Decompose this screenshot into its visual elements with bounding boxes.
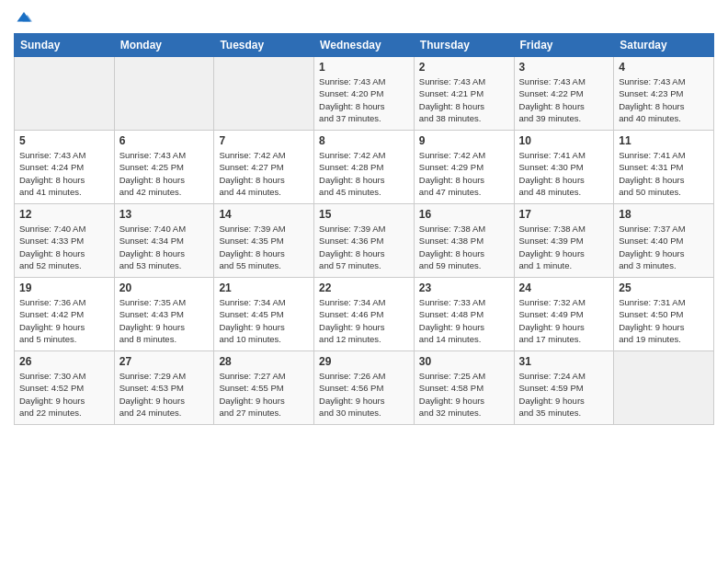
logo xyxy=(14,9,32,26)
day-info: Daylight: 8 hours xyxy=(619,174,709,186)
day-info: Sunset: 4:34 PM xyxy=(119,235,210,247)
calendar-header-row: SundayMondayTuesdayWednesdayThursdayFrid… xyxy=(15,34,714,57)
day-info: Daylight: 8 hours xyxy=(19,174,109,186)
day-number: 20 xyxy=(119,282,210,294)
day-info: Sunset: 4:25 PM xyxy=(119,161,210,173)
day-info: Sunset: 4:50 PM xyxy=(619,308,709,320)
day-number: 26 xyxy=(19,355,109,368)
day-info: Daylight: 8 hours xyxy=(319,247,409,259)
day-info: Sunset: 4:21 PM xyxy=(419,87,509,99)
day-number: 7 xyxy=(219,134,309,147)
day-info: Sunset: 4:31 PM xyxy=(619,161,709,173)
day-info: Daylight: 8 hours xyxy=(319,174,409,186)
day-number: 8 xyxy=(319,134,409,147)
header xyxy=(14,9,714,26)
day-info: Daylight: 9 hours xyxy=(119,395,210,407)
calendar-cell xyxy=(114,57,214,131)
calendar-week-4: 19Sunrise: 7:36 AMSunset: 4:42 PMDayligh… xyxy=(15,278,714,351)
calendar-cell: 14Sunrise: 7:39 AMSunset: 4:35 PMDayligh… xyxy=(214,204,314,278)
day-info: Daylight: 9 hours xyxy=(319,321,409,333)
calendar-cell: 5Sunrise: 7:43 AMSunset: 4:24 PMDaylight… xyxy=(15,131,115,204)
day-info: and 37 minutes. xyxy=(319,112,409,124)
day-info: Sunset: 4:43 PM xyxy=(119,308,210,320)
day-info: Sunrise: 7:31 AM xyxy=(619,296,709,308)
day-info: Daylight: 9 hours xyxy=(19,321,109,333)
day-info: Daylight: 9 hours xyxy=(619,321,709,333)
day-number: 6 xyxy=(119,134,210,147)
day-number: 2 xyxy=(419,61,509,74)
calendar-cell: 2Sunrise: 7:43 AMSunset: 4:21 PMDaylight… xyxy=(414,57,514,131)
calendar-cell: 27Sunrise: 7:29 AMSunset: 4:53 PMDayligh… xyxy=(114,351,214,425)
day-info: Sunrise: 7:39 AM xyxy=(319,223,409,235)
day-info: and 24 minutes. xyxy=(119,407,210,419)
day-info: Daylight: 9 hours xyxy=(119,321,210,333)
day-info: Sunrise: 7:43 AM xyxy=(419,75,509,87)
day-number: 9 xyxy=(419,134,509,147)
day-info: Sunset: 4:52 PM xyxy=(19,382,109,394)
calendar-cell: 13Sunrise: 7:40 AMSunset: 4:34 PMDayligh… xyxy=(114,204,214,278)
day-info: Sunrise: 7:38 AM xyxy=(519,223,609,235)
day-info: Sunrise: 7:43 AM xyxy=(119,149,210,161)
calendar-header-friday: Friday xyxy=(514,34,614,57)
day-info: Daylight: 9 hours xyxy=(419,321,509,333)
day-info: and 44 minutes. xyxy=(219,186,309,198)
day-info: Sunrise: 7:42 AM xyxy=(419,149,509,161)
calendar-cell: 4Sunrise: 7:43 AMSunset: 4:23 PMDaylight… xyxy=(614,57,714,131)
day-info: Sunset: 4:27 PM xyxy=(219,161,309,173)
day-info: Sunrise: 7:26 AM xyxy=(319,370,409,382)
day-info: Daylight: 8 hours xyxy=(319,100,409,112)
calendar-header-monday: Monday xyxy=(114,34,214,57)
calendar-cell xyxy=(214,57,314,131)
day-info: Sunset: 4:30 PM xyxy=(519,161,609,173)
calendar-cell: 21Sunrise: 7:34 AMSunset: 4:45 PMDayligh… xyxy=(214,278,314,351)
calendar-body: 1Sunrise: 7:43 AMSunset: 4:20 PMDaylight… xyxy=(15,57,714,425)
calendar-cell: 31Sunrise: 7:24 AMSunset: 4:59 PMDayligh… xyxy=(514,351,614,425)
calendar: SundayMondayTuesdayWednesdayThursdayFrid… xyxy=(14,33,714,425)
day-info: Sunrise: 7:34 AM xyxy=(219,296,309,308)
day-number: 17 xyxy=(519,208,609,221)
day-info: Sunrise: 7:41 AM xyxy=(519,149,609,161)
day-info: Daylight: 9 hours xyxy=(519,321,609,333)
day-info: Sunset: 4:59 PM xyxy=(519,382,609,394)
day-info: Daylight: 9 hours xyxy=(519,395,609,407)
day-info: and 12 minutes. xyxy=(319,333,409,345)
day-number: 24 xyxy=(519,282,609,294)
calendar-cell: 6Sunrise: 7:43 AMSunset: 4:25 PMDaylight… xyxy=(114,131,214,204)
day-info: Sunrise: 7:43 AM xyxy=(619,75,709,87)
calendar-cell: 28Sunrise: 7:27 AMSunset: 4:55 PMDayligh… xyxy=(214,351,314,425)
day-info: Sunrise: 7:37 AM xyxy=(619,223,709,235)
calendar-cell: 10Sunrise: 7:41 AMSunset: 4:30 PMDayligh… xyxy=(514,131,614,204)
day-info: Sunrise: 7:33 AM xyxy=(419,296,509,308)
day-info: and 40 minutes. xyxy=(619,112,709,124)
day-info: Daylight: 9 hours xyxy=(219,395,309,407)
day-info: Sunrise: 7:40 AM xyxy=(19,223,109,235)
calendar-cell: 25Sunrise: 7:31 AMSunset: 4:50 PMDayligh… xyxy=(614,278,714,351)
day-info: Sunset: 4:36 PM xyxy=(319,235,409,247)
day-info: Sunrise: 7:43 AM xyxy=(519,75,609,87)
day-info: and 47 minutes. xyxy=(419,186,509,198)
calendar-cell: 11Sunrise: 7:41 AMSunset: 4:31 PMDayligh… xyxy=(614,131,714,204)
day-number: 12 xyxy=(19,208,109,221)
day-info: Sunset: 4:42 PM xyxy=(19,308,109,320)
day-info: and 35 minutes. xyxy=(519,407,609,419)
day-number: 10 xyxy=(519,134,609,147)
day-info: and 32 minutes. xyxy=(419,407,509,419)
day-number: 4 xyxy=(619,61,709,74)
calendar-header-sunday: Sunday xyxy=(15,34,115,57)
day-info: and 53 minutes. xyxy=(119,259,210,271)
day-info: Daylight: 9 hours xyxy=(419,395,509,407)
day-info: Daylight: 9 hours xyxy=(519,247,609,259)
day-info: Sunset: 4:40 PM xyxy=(619,235,709,247)
day-number: 1 xyxy=(319,61,409,74)
calendar-header-wednesday: Wednesday xyxy=(314,34,415,57)
day-info: Daylight: 8 hours xyxy=(19,247,109,259)
day-info: and 57 minutes. xyxy=(319,259,409,271)
day-info: Sunrise: 7:30 AM xyxy=(19,370,109,382)
calendar-cell: 30Sunrise: 7:25 AMSunset: 4:58 PMDayligh… xyxy=(414,351,514,425)
day-info: and 38 minutes. xyxy=(419,112,509,124)
day-info: and 1 minute. xyxy=(519,259,609,271)
day-info: and 8 minutes. xyxy=(119,333,210,345)
day-number: 28 xyxy=(219,355,309,368)
day-number: 19 xyxy=(19,282,109,294)
day-info: and 50 minutes. xyxy=(619,186,709,198)
